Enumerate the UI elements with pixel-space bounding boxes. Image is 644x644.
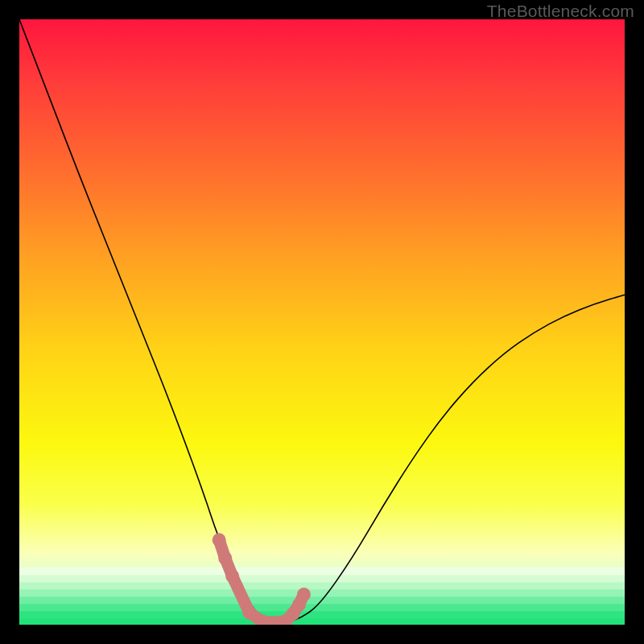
plot-area	[19, 19, 625, 625]
curve-marker-dot	[242, 605, 256, 619]
bottleneck-chart-svg	[19, 19, 625, 625]
svg-rect-7	[19, 618, 625, 625]
svg-rect-3	[19, 589, 625, 597]
curve-marker-dot	[218, 551, 232, 565]
curve-marker-dot	[213, 533, 226, 547]
curve-marker-dot	[225, 569, 239, 583]
green-bands	[19, 568, 625, 625]
svg-rect-0	[19, 568, 625, 576]
svg-rect-6	[19, 611, 625, 618]
svg-rect-1	[19, 575, 625, 582]
chart-frame: TheBottleneck.com	[0, 0, 644, 644]
watermark-label: TheBottleneck.com	[487, 2, 634, 21]
gradient-background	[19, 19, 625, 625]
svg-rect-2	[19, 582, 625, 589]
curve-marker-dot	[297, 588, 311, 601]
svg-rect-5	[19, 604, 625, 611]
